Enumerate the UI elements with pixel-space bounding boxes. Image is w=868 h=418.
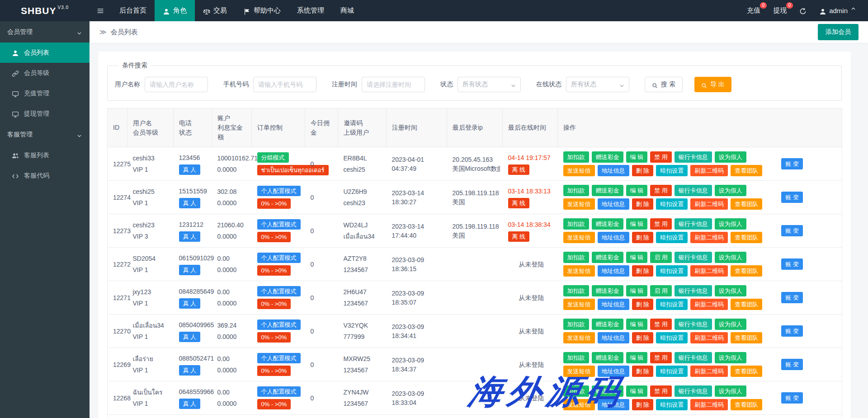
set-fake-button[interactable]: 设为假人 [715, 252, 746, 263]
order-rate-badge[interactable]: 0% - >0% [257, 399, 291, 409]
order-mode-badge[interactable]: 个人配置模式 [257, 253, 301, 263]
bank-info-button[interactable]: 银行卡信息 [675, 151, 712, 163]
account-change-button[interactable]: 账 变 [781, 225, 803, 236]
order-rate-badge[interactable]: 0% - >0% [257, 299, 291, 309]
sidebar-item-member-level[interactable]: 会员等级 [0, 63, 90, 83]
add-deduct-button[interactable]: 加扣款 [563, 319, 589, 330]
account-change-button[interactable]: 账 变 [781, 192, 803, 203]
edit-button[interactable]: 编 辑 [626, 185, 648, 196]
refresh-qr-button[interactable]: 刷新二维码 [690, 165, 728, 176]
add-deduct-button[interactable]: 加扣款 [563, 151, 589, 163]
add-deduct-button[interactable]: 加扣款 [563, 218, 589, 230]
bank-info-button[interactable]: 银行卡信息 [675, 352, 712, 363]
edit-button[interactable]: 编 辑 [626, 285, 648, 296]
view-team-button[interactable]: 查看团队 [731, 232, 762, 243]
add-deduct-button[interactable]: 加扣款 [563, 352, 589, 363]
send-sms-button[interactable]: 发送短信 [563, 232, 595, 243]
add-deduct-button[interactable]: 加扣款 [563, 385, 589, 397]
nav-item-roles[interactable]: 角色 [155, 0, 195, 21]
bank-info-button[interactable]: 银行卡信息 [675, 385, 712, 397]
delete-button[interactable]: 删 除 [632, 332, 654, 343]
online-status-select[interactable]: 所有状态 [566, 77, 629, 92]
hidden-deduct-button[interactable]: 暗扣设置 [656, 232, 688, 243]
hidden-deduct-button[interactable]: 暗扣设置 [656, 366, 688, 377]
bank-info-button[interactable]: 银行卡信息 [675, 285, 712, 296]
gift-bonus-button[interactable]: 赠送彩金 [592, 285, 623, 296]
hamburger-menu-icon[interactable] [90, 0, 111, 21]
order-rate-badge[interactable]: 0% - >0% [257, 232, 291, 242]
send-sms-button[interactable]: 发送短信 [563, 165, 595, 176]
view-team-button[interactable]: 查看团队 [731, 366, 762, 377]
order-rate-badge[interactable]: 0% - >0% [257, 366, 291, 376]
send-sms-button[interactable]: 发送短信 [563, 198, 595, 210]
edit-button[interactable]: 编 辑 [626, 218, 648, 230]
edit-button[interactable]: 编 辑 [626, 385, 648, 397]
add-member-button[interactable]: 添加会员 [818, 24, 859, 40]
order-mode-badge[interactable]: 分组模式 [257, 152, 289, 163]
gift-bonus-button[interactable]: 赠送彩金 [592, 185, 623, 196]
refresh-icon[interactable] [799, 7, 807, 14]
send-sms-button[interactable]: 发送短信 [563, 299, 595, 310]
recharge-link[interactable]: 充值 0 [747, 6, 760, 15]
toggle-status-button[interactable]: 禁 用 [650, 385, 672, 397]
delete-button[interactable]: 删 除 [632, 232, 654, 243]
order-rate-badge[interactable]: ช่าเป็นเปอเซ็นทุกออเดอร์ [257, 165, 329, 175]
withdraw-link[interactable]: 提现 0 [773, 6, 787, 15]
refresh-qr-button[interactable]: 刷新二维码 [690, 332, 728, 343]
sidebar-group-member-management[interactable]: 会员管理 [0, 21, 90, 42]
delete-button[interactable]: 删 除 [632, 198, 654, 210]
hidden-deduct-button[interactable]: 暗扣设置 [656, 198, 688, 210]
order-mode-badge[interactable]: 个人配置模式 [257, 386, 301, 397]
sidebar-item-recharge-management[interactable]: 充值管理 [0, 83, 90, 103]
nav-item-help-center[interactable]: 帮助中心 [235, 0, 289, 21]
set-fake-button[interactable]: 设为假人 [715, 185, 746, 196]
address-info-button[interactable]: 地址信息 [598, 299, 629, 310]
add-deduct-button[interactable]: 加扣款 [563, 252, 589, 263]
refresh-qr-button[interactable]: 刷新二维码 [690, 198, 728, 210]
refresh-qr-button[interactable]: 刷新二维码 [690, 399, 728, 410]
edit-button[interactable]: 编 辑 [626, 352, 648, 363]
view-team-button[interactable]: 查看团队 [731, 165, 762, 176]
hidden-deduct-button[interactable]: 暗扣设置 [656, 299, 688, 310]
toggle-status-button[interactable]: 启 用 [650, 252, 672, 263]
gift-bonus-button[interactable]: 赠送彩金 [592, 352, 623, 363]
address-info-button[interactable]: 地址信息 [598, 366, 629, 377]
order-mode-badge[interactable]: 个人配置模式 [257, 219, 301, 230]
address-info-button[interactable]: 地址信息 [598, 265, 629, 277]
bank-info-button[interactable]: 银行卡信息 [675, 319, 712, 330]
gift-bonus-button[interactable]: 赠送彩金 [592, 252, 623, 263]
refresh-qr-button[interactable]: 刷新二维码 [690, 299, 728, 310]
bank-info-button[interactable]: 银行卡信息 [675, 185, 712, 196]
nav-item-system[interactable]: 系统管理 [289, 0, 332, 21]
account-change-button[interactable]: 账 变 [781, 292, 803, 303]
toggle-status-button[interactable]: 禁 用 [650, 319, 672, 330]
hidden-deduct-button[interactable]: 暗扣设置 [656, 399, 688, 410]
order-rate-badge[interactable]: 0% - >0% [257, 198, 291, 209]
toggle-status-button[interactable]: 禁 用 [650, 218, 672, 230]
toggle-status-button[interactable]: 禁 用 [650, 151, 672, 163]
view-team-button[interactable]: 查看团队 [731, 399, 762, 410]
address-info-button[interactable]: 地址信息 [598, 399, 629, 410]
gift-bonus-button[interactable]: 赠送彩金 [592, 218, 623, 230]
sidebar-item-service-code[interactable]: 客服代码 [0, 165, 90, 186]
add-deduct-button[interactable]: 加扣款 [563, 285, 589, 296]
order-mode-badge[interactable]: 个人配置模式 [257, 353, 301, 363]
hidden-deduct-button[interactable]: 暗扣设置 [656, 165, 688, 176]
regtime-input[interactable] [362, 77, 425, 92]
export-button[interactable]: 导 出 [694, 77, 731, 92]
address-info-button[interactable]: 地址信息 [598, 198, 629, 210]
account-change-button[interactable]: 账 变 [781, 325, 803, 337]
set-fake-button[interactable]: 设为假人 [715, 218, 746, 230]
nav-item-mall[interactable]: 商城 [332, 0, 362, 21]
delete-button[interactable]: 删 除 [632, 265, 654, 277]
set-fake-button[interactable]: 设为假人 [715, 319, 746, 330]
delete-button[interactable]: 删 除 [632, 165, 654, 176]
set-fake-button[interactable]: 设为假人 [715, 352, 746, 363]
order-rate-badge[interactable]: 0% - >0% [257, 332, 291, 343]
view-team-button[interactable]: 查看团队 [731, 332, 762, 343]
refresh-qr-button[interactable]: 刷新二维码 [690, 366, 728, 377]
order-rate-badge[interactable]: 0% - >0% [257, 265, 291, 276]
phone-input[interactable] [253, 77, 316, 92]
send-sms-button[interactable]: 发送短信 [563, 399, 595, 410]
sidebar-item-service-list[interactable]: 客服列表 [0, 145, 90, 165]
